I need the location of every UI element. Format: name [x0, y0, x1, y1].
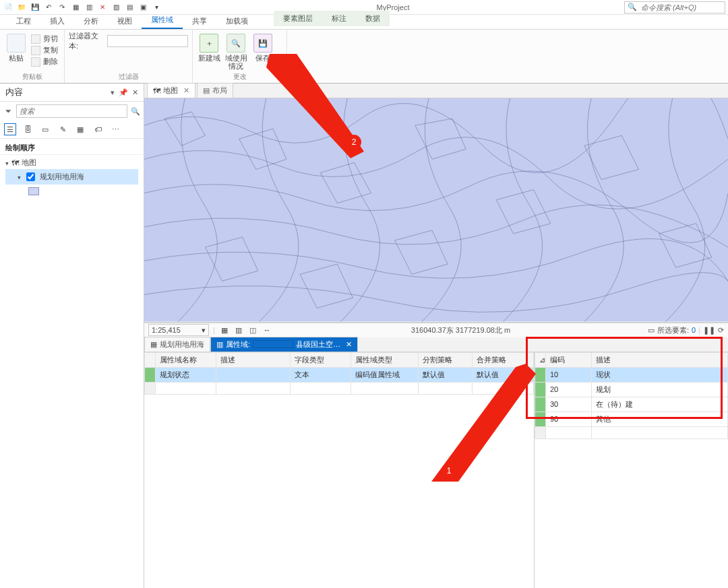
cell-code-desc[interactable]: 规划 [592, 382, 728, 397]
domain-definition-table[interactable]: 属性域名称 描述 字段类型 属性域类型 分割策略 合并策略 规划状态 文本 编码… [144, 352, 534, 588]
list-by-editing-icon[interactable]: ✎ [57, 123, 69, 135]
new-project-icon[interactable]: 📄 [3, 2, 13, 13]
ribbon-tab-analysis[interactable]: 分析 [74, 13, 108, 29]
close-icon[interactable]: ✕ [346, 340, 352, 349]
open-project-icon[interactable]: 📁 [16, 2, 27, 13]
ribbon-ctx-tab-feature-layer[interactable]: 要素图层 [274, 11, 322, 26]
col-code[interactable]: 编码 [546, 352, 592, 367]
row-header[interactable] [145, 382, 156, 394]
paste-button[interactable]: 粘贴 [4, 31, 28, 62]
domain-table-tab[interactable]: ▥ 属性域: 县级国土空… ✕ [210, 337, 358, 352]
ribbon-tab-addins[interactable]: 加载项 [216, 13, 257, 29]
cell-code-desc[interactable]: 其他 [592, 412, 728, 426]
qat-button[interactable]: ▥ [84, 2, 94, 13]
search-icon[interactable]: 🔍 [130, 107, 141, 116]
expand-icon[interactable] [5, 159, 9, 167]
pause-drawing-icon[interactable]: ❚❚ [703, 326, 715, 335]
coded-values-table[interactable]: ⊿ 编码 描述 10 现状 20 规划 [534, 352, 728, 588]
ribbon-tab-project[interactable]: 工程 [7, 13, 40, 29]
delete-button[interactable]: 删除 [31, 57, 58, 67]
layer-visibility-checkbox[interactable] [26, 172, 35, 181]
close-icon[interactable]: ✕ [183, 86, 189, 95]
domain-usage-button[interactable]: 🔍 域使用情况 [224, 31, 248, 70]
toc-layer-node[interactable]: 规划用地用海 [5, 169, 138, 185]
undo-icon[interactable]: ↶ [43, 2, 54, 13]
ribbon-ctx-tab-label[interactable]: 标注 [322, 11, 356, 26]
list-by-labeling-icon[interactable]: 🏷 [92, 123, 104, 135]
contents-search-input[interactable] [16, 104, 127, 118]
cell-code-desc[interactable]: 现状 [592, 367, 728, 382]
cell-code-desc[interactable]: 在（待）建 [592, 397, 728, 412]
pane-pin-icon[interactable]: 📌 [119, 88, 128, 97]
col-split-policy[interactable]: 分割策略 [419, 352, 473, 367]
list-by-selection-icon[interactable]: ▭ [39, 123, 51, 135]
pane-close-icon[interactable]: ✕ [132, 88, 138, 97]
refresh-icon[interactable]: ⟳ [718, 326, 724, 335]
filter-icon[interactable]: ⏷ [3, 107, 13, 115]
ribbon-tab-share[interactable]: 共享 [183, 13, 216, 29]
command-search[interactable]: 🔍 [624, 1, 725, 13]
qat-button[interactable]: ▧ [111, 2, 121, 13]
cell-code[interactable]: 90 [546, 412, 592, 426]
more-icon[interactable]: ⋯ [109, 123, 121, 135]
col-code-desc[interactable]: 描述 [592, 352, 728, 367]
ribbon-tab-view[interactable]: 视图 [108, 13, 142, 29]
code-row[interactable]: 20 规划 [535, 382, 728, 397]
toc-map-node[interactable]: 🗺 地图 [5, 158, 138, 168]
qat-button[interactable]: ▦ [70, 2, 81, 13]
ribbon-tab-domain[interactable]: 属性域 [142, 12, 183, 29]
qat-button[interactable]: ▤ [124, 2, 135, 13]
new-code-row[interactable] [535, 426, 728, 438]
pane-options-icon[interactable]: ▾ [111, 88, 115, 97]
redo-icon[interactable]: ↷ [57, 2, 67, 13]
col-merge-policy[interactable]: 合并策略 [473, 352, 526, 367]
ribbon-ctx-tab-data[interactable]: 数据 [356, 11, 390, 26]
scale-combo[interactable]: 1:25,415 ▾ [148, 324, 209, 336]
row-header[interactable] [535, 426, 546, 438]
row-header[interactable] [535, 382, 546, 397]
code-row[interactable]: 30 在（待）建 [535, 397, 728, 412]
list-by-snapping-icon[interactable]: ▦ [74, 123, 86, 135]
new-domain-button[interactable]: ＋ 新建域 [197, 31, 221, 62]
cell-code[interactable]: 10 [546, 367, 592, 382]
row-header[interactable] [535, 367, 546, 382]
map-view-tab[interactable]: 🗺 地图 ✕ [147, 83, 195, 98]
sb-tool-icon[interactable]: ◫ [247, 325, 258, 335]
copy-button[interactable]: 复制 [31, 45, 58, 55]
col-domain-type[interactable]: 属性域类型 [351, 352, 419, 367]
command-search-input[interactable] [640, 3, 721, 12]
col-field-type[interactable]: 字段类型 [291, 352, 351, 367]
cell-domain-type[interactable]: 编码值属性域 [351, 367, 419, 382]
col-domain-name[interactable]: 属性域名称 [156, 352, 216, 367]
attribute-table-tab[interactable]: ▦ 规划用地用海 [144, 337, 210, 352]
cell-split-policy[interactable]: 默认值 [419, 367, 473, 382]
cell-code[interactable]: 20 [546, 382, 592, 397]
map-view[interactable] [144, 98, 728, 323]
list-by-source-icon[interactable]: 🗄 [22, 123, 34, 135]
row-header[interactable] [145, 367, 156, 382]
layout-view-tab[interactable]: ▤ 布局 [197, 83, 233, 98]
cell-field-type[interactable]: 文本 [291, 367, 351, 382]
ribbon-tab-insert[interactable]: 插入 [40, 13, 74, 29]
row-header[interactable] [535, 397, 546, 412]
col-description[interactable]: 描述 [216, 352, 291, 367]
save-project-icon[interactable]: 💾 [30, 2, 40, 13]
qat-button[interactable]: ▣ [138, 2, 148, 13]
filter-text-input[interactable] [107, 35, 188, 47]
sb-tool-icon[interactable]: ▦ [219, 325, 230, 335]
qat-delete-icon[interactable]: ✕ [97, 2, 108, 13]
domain-row[interactable]: 规划状态 文本 编码值属性域 默认值 默认值 [145, 367, 534, 382]
code-row[interactable]: 10 现状 [535, 367, 728, 382]
list-by-drawing-order-icon[interactable]: ☰ [4, 123, 16, 135]
row-header[interactable] [535, 412, 546, 426]
qat-dropdown-icon[interactable]: ▾ [151, 2, 162, 13]
sb-tool-icon[interactable]: ▥ [233, 325, 244, 335]
new-domain-row[interactable] [145, 382, 534, 394]
code-row[interactable]: 90 其他 [535, 412, 728, 426]
expand-icon[interactable] [18, 173, 21, 181]
cell-description[interactable] [216, 367, 291, 382]
cell-domain-name[interactable]: 规划状态 [156, 367, 216, 382]
cell-code[interactable]: 30 [546, 397, 592, 412]
cell-merge-policy[interactable]: 默认值 [473, 367, 526, 382]
save-domain-button[interactable]: 💾 保存 [251, 31, 275, 62]
